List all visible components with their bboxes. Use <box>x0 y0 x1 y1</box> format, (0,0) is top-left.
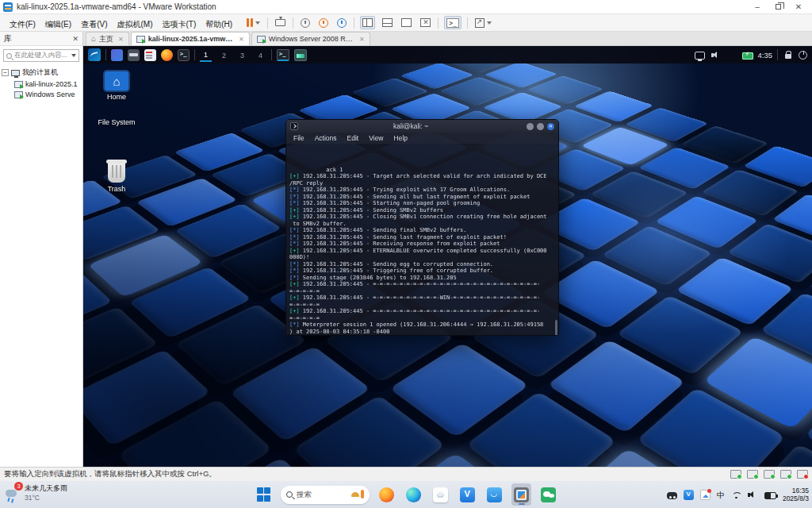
ctrl-alt-del-button[interactable] <box>274 16 287 29</box>
menu-item-查看[interactable]: 查看(V) <box>76 18 112 30</box>
menu-item-帮助[interactable]: 帮助(H) <box>201 18 237 30</box>
controller-icon[interactable] <box>667 492 677 499</box>
pause-button[interactable] <box>245 16 262 29</box>
restore-button[interactable] <box>768 1 788 13</box>
firefox-icon[interactable] <box>161 49 173 61</box>
photos-icon[interactable] <box>700 490 710 500</box>
taskbar-app-docs[interactable] <box>458 483 477 506</box>
terminal-titlebar[interactable]: kali@kali: ~ <box>286 120 558 133</box>
volume-icon[interactable] <box>748 490 758 500</box>
docs-icon[interactable] <box>684 490 694 500</box>
taskbar-window-monitor[interactable] <box>294 49 307 61</box>
terminal-close-button[interactable] <box>547 123 554 130</box>
menu-item-虚拟机[interactable]: 虚拟机(M) <box>112 18 157 30</box>
tab-close-icon[interactable]: ✕ <box>359 36 365 43</box>
taskbar-app-vmware[interactable] <box>511 483 531 506</box>
desktop-icon-trash[interactable]: Trash <box>88 162 145 193</box>
terminal-launcher-icon[interactable] <box>178 49 190 61</box>
tree-node-my-computer[interactable]: − 我的计算机 <box>2 67 81 78</box>
unity-toggle[interactable] <box>419 16 432 29</box>
power-icon[interactable] <box>799 51 807 60</box>
terminal-output[interactable]: ack 1[+] 192.168.31.205:445 - Target arc… <box>286 144 558 336</box>
snapshot-take-button[interactable] <box>299 16 312 29</box>
file-manager-icon[interactable] <box>128 49 140 61</box>
tab-close-icon[interactable]: ✕ <box>118 36 124 43</box>
tab-close-icon[interactable]: ✕ <box>239 36 244 43</box>
vm-display[interactable]: 1234 4:35 ⌂HomeFile SystemTrash kali@kal… <box>83 46 812 467</box>
terminal-menu-help[interactable]: Help <box>394 134 408 142</box>
menu-item-编辑[interactable]: 编辑(E) <box>40 18 76 30</box>
desktop-icon-home[interactable]: ⌂Home <box>88 71 145 101</box>
terminal-minimize-button[interactable] <box>527 123 534 130</box>
terminal-scrollbar[interactable] <box>555 320 557 336</box>
console-view-button[interactable]: >_ <box>444 16 462 29</box>
console-pane-toggle[interactable] <box>381 16 394 29</box>
kali-menu-icon[interactable] <box>88 48 101 61</box>
fullscreen-toggle[interactable] <box>400 16 413 29</box>
snapshot-manage-button[interactable] <box>335 16 348 29</box>
wifi-icon[interactable] <box>731 490 741 500</box>
display-icon[interactable] <box>695 52 705 60</box>
notifications-icon[interactable] <box>726 50 737 60</box>
taskbar-search-input[interactable]: 搜索 <box>281 486 370 504</box>
terminal-menu-edit[interactable]: Edit <box>347 134 359 142</box>
library-pane-toggle[interactable] <box>360 16 375 29</box>
menu-item-文件[interactable]: 文件(F) <box>5 18 40 30</box>
terminal-menu-view[interactable]: View <box>369 134 383 142</box>
network-adapter-status-icon[interactable] <box>747 470 758 479</box>
terminal-menu-file[interactable]: File <box>293 134 304 142</box>
ime-indicator[interactable]: 中 <box>717 490 725 500</box>
terminal-window[interactable]: kali@kali: ~ FileActionsEditViewHelp ack… <box>285 119 559 336</box>
battery-icon[interactable] <box>742 52 753 60</box>
lock-icon[interactable] <box>783 50 793 60</box>
tab-home[interactable]: ⌂主页✕ <box>86 32 129 45</box>
taskbar-app-firefox[interactable] <box>377 483 396 506</box>
device-status-icons <box>725 470 808 479</box>
chevron-up-icon[interactable] <box>650 490 661 500</box>
weather-widget[interactable]: 3 未来几天多雨 31°C <box>5 483 67 502</box>
library-search-input[interactable]: 在此处键入内容... <box>3 49 79 62</box>
toolbar-separator <box>354 17 354 29</box>
terminal-menu-actions[interactable]: Actions <box>315 134 337 142</box>
taskbar-clock[interactable]: 16:35 2025/8/3 <box>783 487 809 502</box>
usb-status-icon[interactable] <box>797 470 808 479</box>
taskbar-window-terminal[interactable] <box>277 49 289 61</box>
workspace-3[interactable]: 3 <box>236 49 248 61</box>
sound-status-icon[interactable] <box>764 470 775 479</box>
snapshot-revert-button[interactable] <box>317 16 330 29</box>
taskbar-app-store[interactable] <box>485 483 504 506</box>
taskbar-app-qq[interactable] <box>431 483 450 506</box>
taskbar-app-edge[interactable] <box>404 483 423 506</box>
message-log-status-icon[interactable] <box>780 470 791 479</box>
tab-Windows Server 2008 R2 x64[interactable]: Windows Server 2008 R2 x64✕ <box>251 32 370 45</box>
workspace-1[interactable]: 1 <box>200 48 212 62</box>
workspace-4[interactable]: 4 <box>255 49 266 61</box>
terminal-text: 192.168.31.205:445 - Sending egg to corr… <box>300 261 493 267</box>
hard-disk-status-icon[interactable] <box>730 470 741 479</box>
start-button[interactable] <box>254 483 274 506</box>
desktop-icon-filesystem[interactable]: File System <box>88 116 145 126</box>
text-editor-icon[interactable] <box>144 49 156 61</box>
tree-node-vm[interactable]: kali-linux-2025.1 <box>14 80 81 88</box>
tree-node-vm[interactable]: Windows Serve <box>14 90 81 98</box>
tab-label: Windows Server 2008 R2 x64 <box>269 35 354 43</box>
menu-item-选项卡[interactable]: 选项卡(T) <box>157 18 201 30</box>
minimize-button[interactable]: – <box>747 1 768 13</box>
volume-icon[interactable] <box>710 50 721 60</box>
display-scale-button[interactable] <box>473 16 493 29</box>
terminal-line: [+] 192.168.31.205:445 - =-=-=-=-=-=-=-=… <box>289 281 555 288</box>
workspace-2[interactable]: 2 <box>218 49 230 61</box>
desktop-icon-label: Trash <box>88 185 145 193</box>
app-drawer-icon[interactable] <box>111 49 123 61</box>
terminal-line: to SMBv2 buffer. <box>289 221 555 228</box>
terminal-line: [*] 192.168.31.205:445 - Receiving respo… <box>289 241 555 248</box>
terminal-line: [*] 192.168.31.205:445 - Trying exploit … <box>289 187 555 194</box>
search-dropdown-icon[interactable] <box>71 54 76 57</box>
tree-expander-icon[interactable]: − <box>2 69 9 76</box>
library-close-icon[interactable]: ✕ <box>72 35 79 43</box>
battery-icon[interactable] <box>764 492 776 499</box>
tab-kali-linux-2025.1a-vmware-...[interactable]: kali-linux-2025.1a-vmware-...✕ <box>131 32 250 45</box>
terminal-maximize-button[interactable] <box>537 123 544 130</box>
close-button[interactable]: ✕ <box>788 1 809 13</box>
taskbar-app-wechat[interactable] <box>538 483 558 506</box>
